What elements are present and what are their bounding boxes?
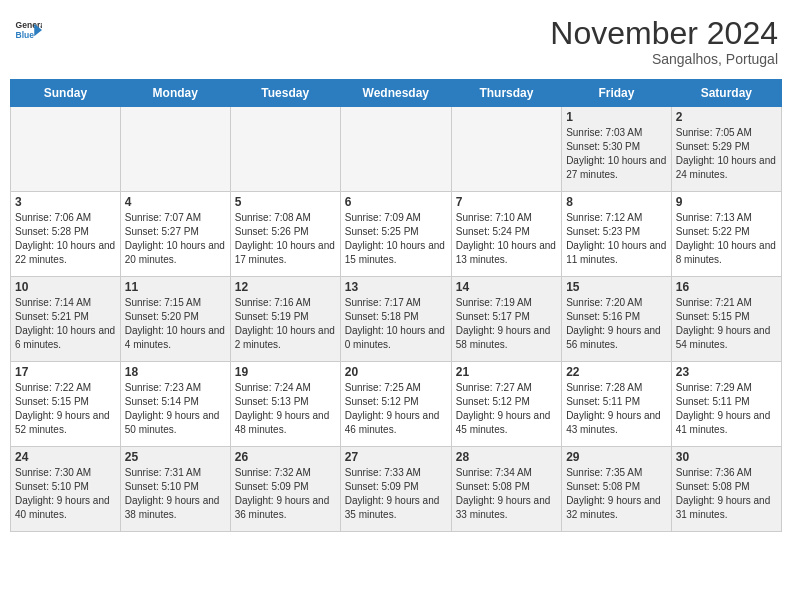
day-info: Sunrise: 7:31 AMSunset: 5:10 PMDaylight:… xyxy=(125,466,226,522)
calendar-cell: 11Sunrise: 7:15 AMSunset: 5:20 PMDayligh… xyxy=(120,277,230,362)
day-info: Sunrise: 7:03 AMSunset: 5:30 PMDaylight:… xyxy=(566,126,667,182)
day-number: 26 xyxy=(235,450,336,464)
day-info: Sunrise: 7:35 AMSunset: 5:08 PMDaylight:… xyxy=(566,466,667,522)
day-number: 13 xyxy=(345,280,447,294)
svg-text:Blue: Blue xyxy=(16,30,35,40)
calendar-cell: 12Sunrise: 7:16 AMSunset: 5:19 PMDayligh… xyxy=(230,277,340,362)
month-title: November 2024 xyxy=(550,16,778,51)
calendar-cell: 4Sunrise: 7:07 AMSunset: 5:27 PMDaylight… xyxy=(120,192,230,277)
day-info: Sunrise: 7:34 AMSunset: 5:08 PMDaylight:… xyxy=(456,466,557,522)
day-info: Sunrise: 7:09 AMSunset: 5:25 PMDaylight:… xyxy=(345,211,447,267)
day-info: Sunrise: 7:10 AMSunset: 5:24 PMDaylight:… xyxy=(456,211,557,267)
day-info: Sunrise: 7:24 AMSunset: 5:13 PMDaylight:… xyxy=(235,381,336,437)
day-number: 25 xyxy=(125,450,226,464)
day-number: 9 xyxy=(676,195,777,209)
day-number: 16 xyxy=(676,280,777,294)
day-info: Sunrise: 7:23 AMSunset: 5:14 PMDaylight:… xyxy=(125,381,226,437)
calendar-cell: 16Sunrise: 7:21 AMSunset: 5:15 PMDayligh… xyxy=(671,277,781,362)
logo: General Blue xyxy=(14,16,42,44)
calendar-cell: 13Sunrise: 7:17 AMSunset: 5:18 PMDayligh… xyxy=(340,277,451,362)
day-number: 18 xyxy=(125,365,226,379)
weekday-header-saturday: Saturday xyxy=(671,80,781,107)
calendar-cell: 14Sunrise: 7:19 AMSunset: 5:17 PMDayligh… xyxy=(451,277,561,362)
calendar-cell xyxy=(451,107,561,192)
calendar-cell: 21Sunrise: 7:27 AMSunset: 5:12 PMDayligh… xyxy=(451,362,561,447)
day-info: Sunrise: 7:30 AMSunset: 5:10 PMDaylight:… xyxy=(15,466,116,522)
day-number: 17 xyxy=(15,365,116,379)
calendar-cell: 28Sunrise: 7:34 AMSunset: 5:08 PMDayligh… xyxy=(451,447,561,532)
day-info: Sunrise: 7:08 AMSunset: 5:26 PMDaylight:… xyxy=(235,211,336,267)
day-info: Sunrise: 7:06 AMSunset: 5:28 PMDaylight:… xyxy=(15,211,116,267)
day-number: 5 xyxy=(235,195,336,209)
day-info: Sunrise: 7:20 AMSunset: 5:16 PMDaylight:… xyxy=(566,296,667,352)
day-number: 23 xyxy=(676,365,777,379)
calendar-cell: 25Sunrise: 7:31 AMSunset: 5:10 PMDayligh… xyxy=(120,447,230,532)
calendar-cell: 30Sunrise: 7:36 AMSunset: 5:08 PMDayligh… xyxy=(671,447,781,532)
day-number: 19 xyxy=(235,365,336,379)
calendar-cell: 23Sunrise: 7:29 AMSunset: 5:11 PMDayligh… xyxy=(671,362,781,447)
calendar-cell: 22Sunrise: 7:28 AMSunset: 5:11 PMDayligh… xyxy=(562,362,672,447)
day-info: Sunrise: 7:15 AMSunset: 5:20 PMDaylight:… xyxy=(125,296,226,352)
calendar-cell xyxy=(230,107,340,192)
day-info: Sunrise: 7:19 AMSunset: 5:17 PMDaylight:… xyxy=(456,296,557,352)
calendar-cell: 24Sunrise: 7:30 AMSunset: 5:10 PMDayligh… xyxy=(11,447,121,532)
weekday-header-wednesday: Wednesday xyxy=(340,80,451,107)
day-info: Sunrise: 7:29 AMSunset: 5:11 PMDaylight:… xyxy=(676,381,777,437)
day-number: 15 xyxy=(566,280,667,294)
day-info: Sunrise: 7:28 AMSunset: 5:11 PMDaylight:… xyxy=(566,381,667,437)
location-subtitle: Sangalhos, Portugal xyxy=(550,51,778,67)
weekday-header-friday: Friday xyxy=(562,80,672,107)
calendar-cell: 27Sunrise: 7:33 AMSunset: 5:09 PMDayligh… xyxy=(340,447,451,532)
day-info: Sunrise: 7:13 AMSunset: 5:22 PMDaylight:… xyxy=(676,211,777,267)
day-number: 27 xyxy=(345,450,447,464)
day-number: 20 xyxy=(345,365,447,379)
day-info: Sunrise: 7:07 AMSunset: 5:27 PMDaylight:… xyxy=(125,211,226,267)
day-number: 3 xyxy=(15,195,116,209)
logo-icon: General Blue xyxy=(14,16,42,44)
day-number: 10 xyxy=(15,280,116,294)
day-number: 22 xyxy=(566,365,667,379)
calendar-cell: 1Sunrise: 7:03 AMSunset: 5:30 PMDaylight… xyxy=(562,107,672,192)
calendar-cell: 29Sunrise: 7:35 AMSunset: 5:08 PMDayligh… xyxy=(562,447,672,532)
day-info: Sunrise: 7:21 AMSunset: 5:15 PMDaylight:… xyxy=(676,296,777,352)
calendar-cell xyxy=(120,107,230,192)
day-number: 8 xyxy=(566,195,667,209)
day-info: Sunrise: 7:25 AMSunset: 5:12 PMDaylight:… xyxy=(345,381,447,437)
day-number: 2 xyxy=(676,110,777,124)
day-info: Sunrise: 7:14 AMSunset: 5:21 PMDaylight:… xyxy=(15,296,116,352)
calendar-cell: 2Sunrise: 7:05 AMSunset: 5:29 PMDaylight… xyxy=(671,107,781,192)
day-number: 1 xyxy=(566,110,667,124)
calendar-table: SundayMondayTuesdayWednesdayThursdayFrid… xyxy=(10,79,782,532)
day-number: 28 xyxy=(456,450,557,464)
day-info: Sunrise: 7:36 AMSunset: 5:08 PMDaylight:… xyxy=(676,466,777,522)
weekday-header-sunday: Sunday xyxy=(11,80,121,107)
calendar-cell: 7Sunrise: 7:10 AMSunset: 5:24 PMDaylight… xyxy=(451,192,561,277)
title-block: November 2024 Sangalhos, Portugal xyxy=(550,16,778,67)
day-info: Sunrise: 7:32 AMSunset: 5:09 PMDaylight:… xyxy=(235,466,336,522)
calendar-cell: 6Sunrise: 7:09 AMSunset: 5:25 PMDaylight… xyxy=(340,192,451,277)
calendar-cell: 9Sunrise: 7:13 AMSunset: 5:22 PMDaylight… xyxy=(671,192,781,277)
day-number: 21 xyxy=(456,365,557,379)
day-number: 24 xyxy=(15,450,116,464)
day-number: 7 xyxy=(456,195,557,209)
day-number: 12 xyxy=(235,280,336,294)
calendar-cell: 5Sunrise: 7:08 AMSunset: 5:26 PMDaylight… xyxy=(230,192,340,277)
weekday-header-monday: Monday xyxy=(120,80,230,107)
weekday-header-thursday: Thursday xyxy=(451,80,561,107)
day-info: Sunrise: 7:16 AMSunset: 5:19 PMDaylight:… xyxy=(235,296,336,352)
calendar-cell: 20Sunrise: 7:25 AMSunset: 5:12 PMDayligh… xyxy=(340,362,451,447)
page-header: General Blue November 2024 Sangalhos, Po… xyxy=(10,10,782,73)
calendar-cell: 15Sunrise: 7:20 AMSunset: 5:16 PMDayligh… xyxy=(562,277,672,362)
day-info: Sunrise: 7:05 AMSunset: 5:29 PMDaylight:… xyxy=(676,126,777,182)
calendar-cell: 10Sunrise: 7:14 AMSunset: 5:21 PMDayligh… xyxy=(11,277,121,362)
calendar-cell: 26Sunrise: 7:32 AMSunset: 5:09 PMDayligh… xyxy=(230,447,340,532)
day-number: 4 xyxy=(125,195,226,209)
calendar-cell: 18Sunrise: 7:23 AMSunset: 5:14 PMDayligh… xyxy=(120,362,230,447)
calendar-cell: 3Sunrise: 7:06 AMSunset: 5:28 PMDaylight… xyxy=(11,192,121,277)
calendar-cell: 8Sunrise: 7:12 AMSunset: 5:23 PMDaylight… xyxy=(562,192,672,277)
day-number: 30 xyxy=(676,450,777,464)
day-number: 11 xyxy=(125,280,226,294)
day-info: Sunrise: 7:33 AMSunset: 5:09 PMDaylight:… xyxy=(345,466,447,522)
day-info: Sunrise: 7:22 AMSunset: 5:15 PMDaylight:… xyxy=(15,381,116,437)
day-number: 29 xyxy=(566,450,667,464)
